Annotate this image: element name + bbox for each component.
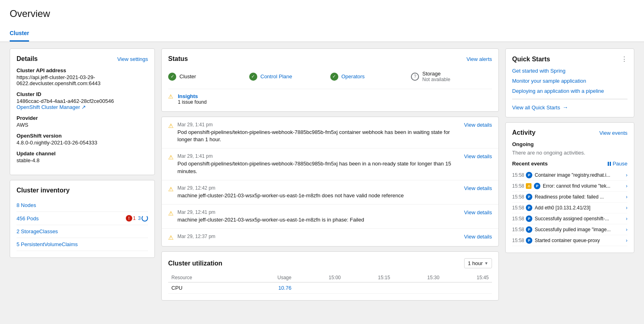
view-details-link[interactable]: View details	[464, 122, 492, 128]
activity-title: Activity	[512, 129, 536, 136]
insights-link[interactable]: Insights	[178, 93, 198, 99]
insights-sub: 1 issue found	[178, 99, 206, 105]
update-channel-item: Update channel stable-4.8	[17, 151, 148, 163]
alert-item: ⚠ Mar 29, 12:41 pm machine jeff-cluster-…	[162, 205, 498, 229]
event-p-badge: P	[526, 215, 532, 222]
t1530-cell	[393, 282, 442, 294]
chevron-right-icon[interactable]: ›	[626, 194, 627, 200]
pause-button[interactable]: Pause	[608, 161, 627, 167]
status-card: Status View alerts ✓ Cluster ✓ Control P…	[161, 48, 499, 112]
qs-menu-icon[interactable]: ⋮	[621, 55, 627, 63]
event-text: Add eth0 [10.131.2.41/23]	[535, 205, 623, 211]
spin-icon	[142, 215, 148, 222]
no-activity-text: There are no ongoing activities.	[512, 150, 627, 156]
chevron-right-icon[interactable]: ›	[626, 227, 627, 232]
qs-item-1[interactable]: Monitor your sample application	[512, 78, 627, 84]
chevron-right-icon[interactable]: ›	[626, 205, 627, 211]
view-details-link[interactable]: View details	[464, 209, 492, 215]
view-details-link[interactable]: View details	[464, 234, 492, 240]
cluster-api-label: Cluster API address	[17, 67, 148, 73]
alert-body: Mar 29, 12:42 pm machine jeff-cluster-20…	[177, 185, 460, 199]
event-list: 15:58 P Container image "registry.redhat…	[512, 170, 627, 246]
openshift-version-item: OpenShift version 4.8.0-0.nightly-2021-0…	[17, 133, 148, 146]
event-p-badge: P	[526, 205, 532, 211]
cluster-status-label: Cluster	[179, 73, 196, 79]
cluster-manager-link[interactable]: OpenShift Cluster Manager ↗	[17, 104, 86, 110]
view-events-link[interactable]: View events	[599, 130, 627, 136]
insights-row: ⚠ Insights 1 issue found	[168, 89, 492, 105]
view-details-link[interactable]: View details	[464, 153, 492, 159]
chevron-right-icon[interactable]: ›	[626, 183, 627, 189]
qs-item-0[interactable]: Get started with Spring	[512, 68, 627, 74]
chevron-right-icon[interactable]: ›	[626, 238, 627, 243]
utilization-title: Cluster utilization	[168, 260, 222, 267]
event-time: 15:58	[512, 183, 523, 189]
update-channel-label: Update channel	[17, 151, 148, 157]
event-text: Successfully assigned openshift-...	[535, 216, 623, 222]
details-title: Details	[17, 55, 38, 63]
qs-title: Quick Starts	[512, 56, 550, 63]
event-p-badge: P	[526, 194, 532, 200]
alert-warn-icon: ⚠	[168, 122, 173, 130]
openshift-version-label: OpenShift version	[17, 133, 148, 139]
view-details-link[interactable]: View details	[464, 185, 492, 191]
status-cluster: ✓ Cluster	[168, 67, 249, 86]
arrow-right-icon: →	[563, 104, 568, 111]
alerts-card: ⚠ Mar 29, 1:41 pm Pod openshift-pipeline…	[161, 117, 499, 247]
inventory-item-link[interactable]: 8 Nodes	[17, 202, 148, 208]
recent-events-label: Recent events	[512, 161, 548, 167]
status-operators: ✓ Operators	[330, 67, 411, 86]
view-alerts-link[interactable]: View alerts	[467, 56, 492, 62]
activity-header: Activity View events	[512, 129, 627, 136]
alert-warn-icon: ⚠	[168, 186, 173, 193]
error-circle: !	[126, 215, 132, 222]
qs-item-2[interactable]: Deploying an application with a pipeline	[512, 88, 627, 94]
inventory-item: 8 Nodes	[17, 199, 148, 212]
inventory-item-link[interactable]: 456 Pods	[17, 215, 126, 222]
storage-info: Storage Not available	[422, 71, 450, 82]
resource-cell: CPU	[168, 282, 240, 294]
view-all-quick-starts-link[interactable]: View all Quick Starts →	[512, 104, 627, 111]
event-time: 15:58	[512, 172, 523, 178]
storage-label: Storage	[422, 71, 450, 77]
alert-item: ⚠ Mar 29, 1:41 pm Pod openshift-pipeline…	[162, 148, 498, 180]
middle-panel: Status View alerts ✓ Cluster ✓ Control P…	[161, 48, 499, 323]
event-text: Started container queue-proxy	[535, 238, 623, 243]
event-time: 15:58	[512, 216, 523, 222]
status-grid: ✓ Cluster ✓ Control Plane ✓ Operators ? …	[168, 67, 492, 86]
tab-cluster[interactable]: Cluster	[10, 26, 29, 42]
activity-card: Activity View events Ongoing There are n…	[505, 122, 634, 253]
operators-link[interactable]: Operators	[342, 73, 365, 79]
alert-body: Mar 29, 1:41 pm Pod openshift-pipelines/…	[177, 153, 460, 175]
event-text: Container image "registry.redhat.i...	[535, 172, 623, 178]
status-title: Status	[168, 55, 188, 63]
view-settings-link[interactable]: View settings	[117, 56, 148, 62]
col-1530: 15:30	[393, 273, 442, 282]
quick-starts-card: Quick Starts ⋮ Get started with Spring M…	[505, 48, 634, 117]
chevron-right-icon[interactable]: ›	[626, 172, 627, 178]
control-plane-link[interactable]: Control Plane	[261, 73, 292, 79]
status-storage: ? Storage Not available	[411, 67, 492, 86]
chevron-right-icon[interactable]: ›	[626, 216, 627, 222]
table-row: CPU 10.76	[168, 282, 492, 294]
provider-item: Provider AWS	[17, 115, 148, 128]
timeframe-select[interactable]: 1 hour ▼	[464, 258, 492, 268]
storage-unknown-icon: ?	[411, 73, 419, 81]
chevron-down-icon: ▼	[484, 261, 488, 265]
provider-value: AWS	[17, 122, 148, 128]
inventory-item-link[interactable]: 2 StorageClasses	[17, 228, 148, 234]
event-item: 15:58 ⚠ P Error: cannot find volume "tek…	[512, 181, 627, 192]
alert-msg: Pod openshift-pipelines/tekton-pipelines…	[177, 129, 460, 143]
alert-warn-icon: ⚠	[168, 154, 173, 161]
ongoing-label: Ongoing	[512, 141, 627, 147]
page-title: Overview	[10, 8, 634, 19]
qs-header: Quick Starts ⋮	[512, 55, 627, 63]
event-time: 15:58	[512, 227, 523, 232]
utilization-card: Cluster utilization 1 hour ▼ Resource Us…	[161, 251, 499, 301]
event-time: 15:58	[512, 238, 523, 243]
alert-msg: machine jeff-cluster-2021-03-wsx5p-worke…	[177, 192, 460, 199]
cluster-id-item: Cluster ID 1486ccac-d7b4-4aa1-a462-28cf2…	[17, 91, 148, 110]
usage-cell: 10.76	[240, 282, 295, 294]
inventory-item-link[interactable]: 5 PersistentVolumeClaims	[17, 241, 148, 247]
update-channel-value: stable-4.8	[17, 157, 148, 163]
